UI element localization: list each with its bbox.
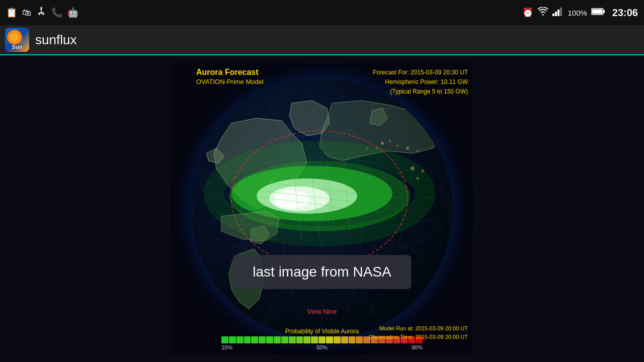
- wifi-icon: [537, 7, 548, 18]
- signal-icon: [552, 7, 564, 18]
- probability-segment: [296, 336, 303, 343]
- probability-segment: [356, 336, 363, 343]
- probability-segment: [326, 336, 333, 343]
- pct-50: 50%: [316, 344, 328, 350]
- forecast-info: Forecast For: 2015-03-09 20:30 UT Hemisp…: [373, 68, 468, 97]
- probability-segment: [266, 336, 273, 343]
- probability-segment: [251, 336, 258, 343]
- probability-segment: [311, 336, 318, 343]
- observation-time: Observation Time: 2015-03-09 20:00 UT: [369, 333, 468, 342]
- aurora-globe: [191, 78, 453, 339]
- status-bar: 📋 🛍 📞 🤖 ⏰: [0, 0, 644, 25]
- svg-rect-3: [557, 10, 559, 16]
- battery-icon: [591, 8, 605, 18]
- bag-icon: 🛍: [22, 8, 31, 18]
- svg-rect-2: [555, 12, 557, 16]
- probability-segment: [334, 336, 341, 343]
- model-label: OVATION-Prime Model: [196, 78, 264, 85]
- svg-rect-1: [552, 14, 554, 16]
- aurora-container[interactable]: Aurora Forecast OVATION-Prime Model Fore…: [171, 63, 473, 354]
- probability-segment: [318, 336, 326, 343]
- probability-segment: [274, 336, 281, 343]
- app-logo: Sun: [5, 28, 29, 52]
- hemispheric-power: Hemispheric Power: 10.11 GW: [373, 77, 468, 87]
- probability-segment: [229, 336, 236, 343]
- probability-segment: [221, 336, 228, 343]
- clipboard-icon: 📋: [6, 7, 17, 18]
- view-nine-link[interactable]: View Nine: [307, 308, 337, 315]
- svg-point-26: [417, 150, 419, 152]
- probability-segment: [281, 336, 288, 343]
- probability-segment: [244, 336, 251, 343]
- model-run: Model Run at: 2015-03-09 20:00 UT: [369, 324, 468, 333]
- alarm-icon: ⏰: [522, 7, 533, 18]
- probability-segment: [341, 336, 348, 343]
- probability-segment: [289, 336, 296, 343]
- probability-percentages: 10% 50% 90%: [221, 344, 423, 350]
- svg-rect-6: [603, 10, 605, 13]
- svg-point-25: [406, 147, 409, 150]
- main-content: Aurora Forecast OVATION-Prime Model Fore…: [0, 55, 644, 362]
- svg-point-0: [41, 7, 42, 8]
- status-icons-left: 📋 🛍 📞 🤖: [6, 7, 78, 19]
- app-title: sunflux: [35, 32, 76, 48]
- svg-point-24: [396, 145, 398, 147]
- svg-point-23: [389, 140, 391, 142]
- globe-svg: [191, 78, 453, 339]
- pct-90: 90%: [412, 344, 423, 350]
- forecast-for: Forecast For: 2015-03-09 20:30 UT: [373, 68, 468, 77]
- svg-rect-7: [592, 10, 602, 14]
- android-icon: 🤖: [67, 7, 78, 18]
- phone-icon: 📞: [51, 7, 62, 18]
- pct-10: 10%: [221, 344, 232, 350]
- probability-segment: [236, 336, 244, 343]
- battery-percent: 100%: [568, 9, 587, 17]
- usb-icon: [36, 7, 46, 19]
- svg-rect-4: [560, 8, 562, 16]
- probability-segment: [259, 336, 266, 343]
- model-run-info: Model Run at: 2015-03-09 20:00 UT Observ…: [369, 324, 468, 342]
- forecast-title: Aurora Forecast: [196, 68, 259, 77]
- probability-segment: [303, 336, 310, 343]
- probability-segment: [349, 336, 356, 343]
- app-header: Sun sunflux: [0, 25, 644, 55]
- typical-range: (Typical Range 5 to 150 GW): [373, 87, 468, 97]
- nasa-toast: last image from NASA: [232, 255, 411, 289]
- status-time: 23:06: [612, 7, 638, 19]
- svg-point-21: [381, 142, 384, 145]
- status-icons-right: ⏰ 100%: [522, 7, 638, 19]
